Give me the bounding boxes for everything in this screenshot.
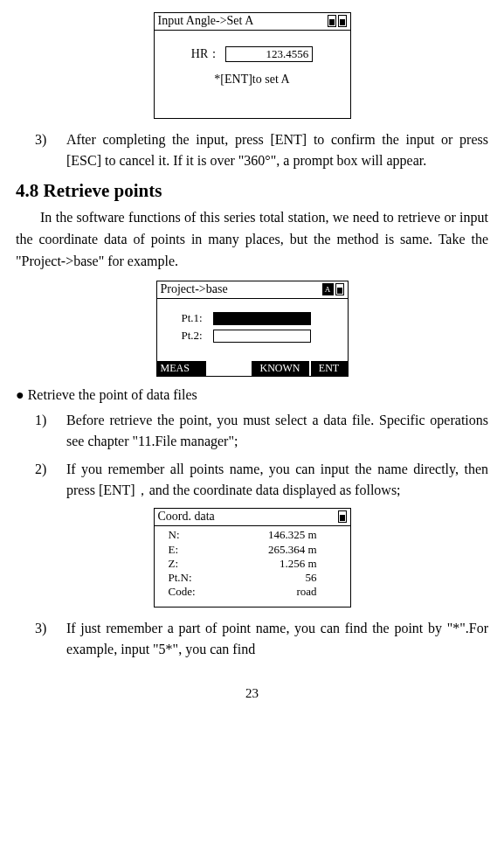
- code-value: road: [209, 585, 343, 599]
- e-label: E:: [169, 543, 209, 557]
- n-label: N:: [169, 528, 209, 542]
- z-label: Z:: [169, 557, 209, 571]
- screen-title-row: Input Angle->Set A: [155, 13, 350, 31]
- item-number: 1): [16, 410, 66, 452]
- pt2-input[interactable]: [213, 330, 311, 343]
- softkey-row: MEAS KNOWN ENT: [157, 361, 348, 376]
- mode-indicator: A: [322, 283, 334, 295]
- bullet-heading: ● Retrieve the point of data files: [16, 387, 488, 403]
- status-indicators: [328, 15, 347, 27]
- softkey-spacer: [208, 361, 250, 376]
- ptn-value: 56: [209, 571, 343, 585]
- hr-input-row: HR： 123.4556: [155, 46, 350, 62]
- paragraph: In the software functions of this series…: [16, 207, 488, 272]
- known-button[interactable]: KNOWN: [252, 361, 309, 376]
- screen-title: Project->base: [161, 282, 228, 296]
- item-number: 2): [16, 459, 66, 501]
- code-label: Code:: [169, 585, 209, 599]
- pt2-row: Pt.2:: [157, 329, 348, 343]
- device-screen-coord-data: Coord. data N: 146.325 m E: 265.364 m Z:…: [154, 508, 351, 608]
- hr-label: HR：: [191, 46, 220, 62]
- status-indicators: A: [322, 283, 344, 295]
- pt1-input[interactable]: [213, 312, 311, 325]
- item-text: After completing the input, press [ENT] …: [66, 129, 488, 171]
- signal-icon: [338, 15, 347, 27]
- item-text: Before retrieve the point, you must sele…: [66, 410, 488, 452]
- coord-row-n: N: 146.325 m: [169, 528, 343, 542]
- coord-row-e: E: 265.364 m: [169, 543, 343, 557]
- device-screen-input-angle: Input Angle->Set A HR： 123.4556 *[ENT]to…: [154, 12, 351, 119]
- n-value: 146.325 m: [209, 528, 343, 542]
- item-number: 3): [16, 129, 66, 171]
- item-text: If you remember all points name, you can…: [66, 459, 488, 501]
- pt1-row: Pt.1:: [157, 311, 348, 325]
- coord-row-code: Code: road: [169, 585, 343, 599]
- list-item: 3) If just remember a part of point name…: [16, 618, 488, 660]
- battery-icon: [338, 510, 347, 523]
- device-screen-project-base: Project->base A Pt.1: Pt.2: MEAS KNOWN E…: [156, 281, 349, 377]
- item-text: If just remember a part of point name, y…: [66, 618, 488, 660]
- section-heading: 4.8 Retrieve points: [16, 180, 488, 202]
- pt1-label: Pt.1:: [182, 311, 213, 325]
- coord-body: N: 146.325 m E: 265.364 m Z: 1.256 m Pt.…: [155, 526, 350, 602]
- list-item: 3) After completing the input, press [EN…: [16, 129, 488, 171]
- ent-button[interactable]: ENT: [311, 361, 348, 376]
- status-indicators: [338, 510, 347, 523]
- screen-title: Input Angle->Set A: [158, 14, 254, 28]
- battery-icon: [335, 283, 344, 295]
- battery-icon: [328, 15, 336, 27]
- enter-hint: *[ENT]to set A: [155, 73, 350, 87]
- pt2-label: Pt.2:: [182, 329, 213, 343]
- e-value: 265.364 m: [209, 543, 343, 557]
- meas-button[interactable]: MEAS: [157, 361, 206, 376]
- list-item: 2) If you remember all points name, you …: [16, 459, 488, 501]
- item-number: 3): [16, 618, 66, 660]
- screen-title-row: Coord. data: [155, 509, 350, 526]
- coord-row-z: Z: 1.256 m: [169, 557, 343, 571]
- screen-title-row: Project->base A: [157, 281, 348, 299]
- page-number: 23: [16, 686, 488, 701]
- z-value: 1.256 m: [209, 557, 343, 571]
- list-item: 1) Before retrieve the point, you must s…: [16, 410, 488, 452]
- coord-row-ptn: Pt.N: 56: [169, 571, 343, 585]
- ptn-label: Pt.N:: [169, 571, 209, 585]
- screen-title: Coord. data: [158, 510, 215, 524]
- hr-input[interactable]: 123.4556: [225, 46, 313, 62]
